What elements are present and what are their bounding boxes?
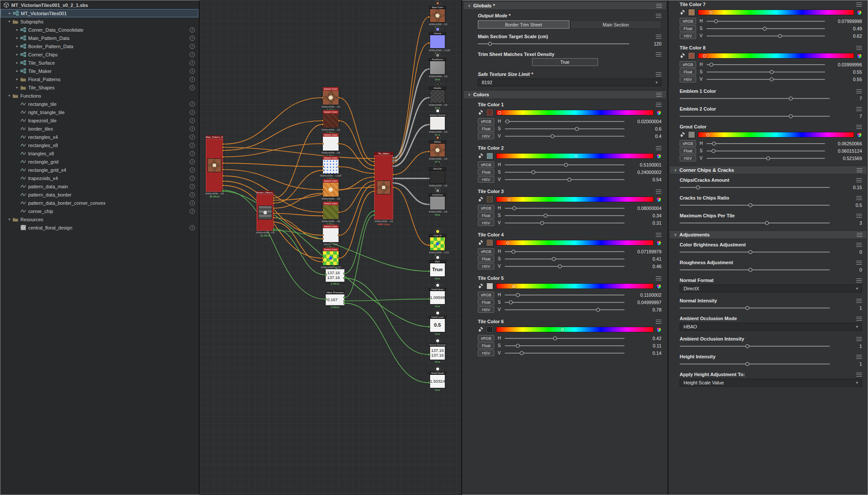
hue-handle[interactable] bbox=[706, 133, 710, 137]
info-icon[interactable]: i bbox=[190, 159, 195, 164]
expose-params-icon[interactable] bbox=[656, 35, 661, 39]
info-icon[interactable]: i bbox=[190, 167, 195, 173]
hue-handle[interactable] bbox=[498, 111, 501, 115]
hsv-button[interactable]: HSV bbox=[478, 176, 494, 183]
slider-handle[interactable] bbox=[553, 336, 557, 340]
hsv-button[interactable]: HSV bbox=[478, 306, 494, 313]
collapse-chevron-icon[interactable]: ∨ bbox=[674, 233, 677, 237]
slider-track[interactable] bbox=[707, 143, 825, 144]
slider-handle[interactable] bbox=[766, 156, 770, 160]
tree-item[interactable]: central_floral_designi bbox=[0, 223, 199, 232]
float-button[interactable]: Float bbox=[680, 148, 696, 154]
expose-params-icon[interactable] bbox=[856, 317, 862, 321]
graph-node-output[interactable]: Height Depth1.503240ms bbox=[429, 367, 446, 392]
slider-track[interactable] bbox=[707, 64, 825, 65]
texel-density-toggle-button[interactable]: True bbox=[532, 58, 598, 66]
expose-params-icon[interactable] bbox=[856, 261, 862, 265]
hue-gradient-bar[interactable] bbox=[698, 53, 854, 59]
eyedropper-icon[interactable] bbox=[478, 153, 483, 159]
graph-node-switch[interactable]: Switch Color16x16 - C160.06ms bbox=[322, 224, 339, 243]
graph-node-output[interactable]: Diffuse4096x4096 - C80ms bbox=[429, 135, 446, 163]
slider-handle[interactable] bbox=[714, 19, 718, 23]
slider-handle[interactable] bbox=[558, 264, 562, 268]
srgb-button[interactable]: sRGB bbox=[478, 335, 494, 341]
output-mode-border-trim-sheet-button[interactable]: Border Trim Sheet bbox=[478, 20, 569, 29]
expose-params-icon[interactable] bbox=[656, 320, 661, 324]
float-button[interactable]: Float bbox=[478, 212, 494, 219]
tree-item[interactable]: pattern_data_borderi bbox=[0, 190, 199, 199]
graph-node-value[interactable]: Value Processor0.1670.04ms bbox=[326, 294, 345, 305]
hsv-button[interactable]: HSV bbox=[478, 220, 494, 226]
tree-item[interactable]: pattern_data_border_corner_convexi bbox=[0, 199, 199, 207]
graph-node-output[interactable]: Color ID4096x4096 - C160ms bbox=[429, 229, 446, 257]
slider-track[interactable] bbox=[505, 128, 625, 129]
tree-item[interactable]: trapezoids_x4i bbox=[0, 174, 199, 182]
info-icon[interactable]: i bbox=[190, 44, 195, 49]
graph-node-output[interactable]: Specular4096x4096 - C80ms bbox=[429, 162, 446, 190]
expose-params-icon[interactable] bbox=[656, 103, 661, 107]
tree-item[interactable]: pattern_data_maini bbox=[0, 182, 199, 190]
expose-params-icon[interactable] bbox=[856, 196, 862, 200]
info-icon[interactable]: i bbox=[190, 134, 195, 140]
tree-item[interactable]: ▸Floral_Patternsi bbox=[0, 75, 199, 83]
tree-chevron-icon[interactable]: ▸ bbox=[15, 77, 20, 81]
slider-track[interactable] bbox=[680, 308, 830, 308]
srgb-button[interactable]: sRGB bbox=[478, 118, 494, 125]
graph-node-value[interactable]: 137.16137.160.06ms bbox=[326, 269, 345, 282]
info-icon[interactable]: i bbox=[190, 69, 195, 74]
expose-params-icon[interactable] bbox=[856, 214, 862, 218]
color-wheel-icon[interactable] bbox=[656, 327, 661, 332]
graph-node-atomic[interactable]: Tile_Maker4096x4096 - C84068.14ms bbox=[374, 155, 393, 220]
expose-params-icon[interactable] bbox=[656, 93, 662, 97]
slider-track[interactable] bbox=[707, 151, 825, 151]
expose-params-icon[interactable] bbox=[856, 373, 862, 377]
slider-track[interactable] bbox=[680, 116, 830, 117]
info-icon[interactable]: i bbox=[190, 27, 195, 33]
slider-track[interactable] bbox=[505, 179, 625, 180]
hue-gradient-bar[interactable] bbox=[496, 110, 654, 115]
info-icon[interactable]: i bbox=[190, 126, 195, 131]
info-icon[interactable]: i bbox=[190, 192, 195, 197]
graph-node-atomic[interactable]: Border_Pattern_Data4096x4096 - C831.03ms bbox=[256, 194, 274, 231]
collapse-chevron-icon[interactable]: ∨ bbox=[468, 92, 471, 97]
slider-track[interactable] bbox=[505, 345, 625, 346]
slider-track[interactable] bbox=[680, 269, 830, 270]
dropdown-select[interactable]: Height Scale Value▾ bbox=[680, 379, 862, 387]
hue-handle[interactable] bbox=[561, 328, 564, 331]
color-wheel-icon[interactable] bbox=[656, 110, 661, 115]
graph-canvas[interactable]: Main_Pattern_Data4096x4096 - C836.46msBo… bbox=[200, 0, 462, 495]
expose-params-icon[interactable] bbox=[856, 89, 862, 93]
expose-params-icon[interactable] bbox=[656, 72, 661, 76]
float-button[interactable]: Float bbox=[478, 125, 494, 132]
slider-handle[interactable] bbox=[765, 221, 769, 225]
tree-chevron-icon[interactable]: ▸ bbox=[15, 36, 20, 40]
tree-item[interactable]: rectangle_tilei bbox=[0, 100, 199, 108]
tree-item[interactable]: ▾Functions bbox=[0, 92, 199, 100]
hsv-button[interactable]: HSV bbox=[478, 263, 494, 269]
slider-handle[interactable] bbox=[540, 221, 544, 225]
slider-handle[interactable] bbox=[745, 362, 749, 366]
srgb-button[interactable]: sRGB bbox=[680, 61, 696, 68]
expose-params-icon[interactable] bbox=[656, 146, 661, 150]
color-swatch[interactable] bbox=[688, 52, 695, 59]
slider-track[interactable] bbox=[505, 295, 625, 295]
eyedropper-icon[interactable] bbox=[680, 53, 685, 59]
srgb-button[interactable]: sRGB bbox=[478, 248, 494, 255]
slider-track[interactable] bbox=[505, 251, 625, 252]
slider-handle[interactable] bbox=[770, 77, 774, 81]
info-icon[interactable]: i bbox=[190, 102, 195, 107]
expose-params-icon[interactable] bbox=[856, 243, 862, 247]
slider-handle[interactable] bbox=[552, 257, 556, 261]
color-swatch[interactable] bbox=[486, 152, 493, 160]
hsv-button[interactable]: HSV bbox=[680, 33, 696, 39]
package-row[interactable]: MT_VictorianTiles001_v0_2_1.sbs bbox=[0, 1, 199, 9]
color-wheel-icon[interactable] bbox=[656, 240, 661, 246]
tree-item[interactable]: ▸Tile_Makeri bbox=[0, 67, 199, 75]
slider-handle[interactable] bbox=[745, 306, 749, 310]
color-swatch[interactable] bbox=[486, 196, 493, 203]
info-icon[interactable]: i bbox=[190, 36, 195, 41]
slider-handle[interactable] bbox=[789, 97, 793, 101]
slider-track[interactable] bbox=[707, 28, 825, 29]
color-wheel-icon[interactable] bbox=[857, 132, 862, 138]
graph-node-output[interactable]: Height Level0.50ms bbox=[429, 311, 446, 336]
